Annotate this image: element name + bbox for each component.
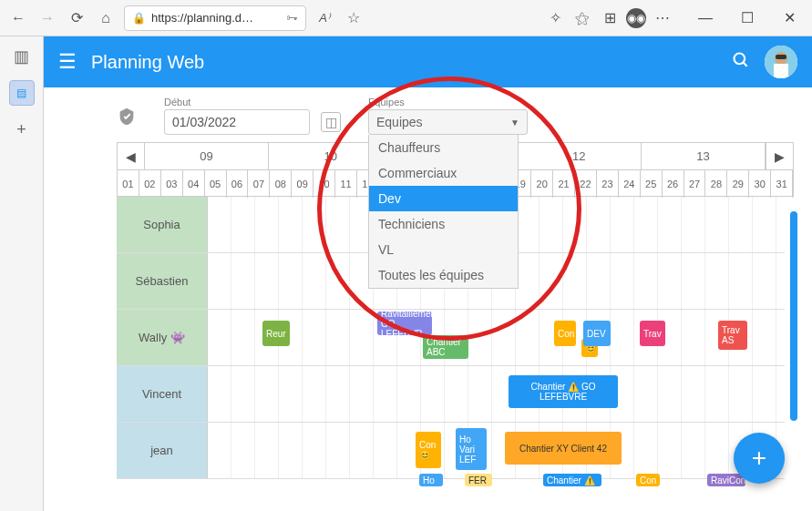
- row-cells[interactable]: ReurRavitaillement GO LEFEBVRChantier AB…: [208, 310, 785, 365]
- event[interactable]: FER: [465, 474, 492, 486]
- resource-row: jeanCon 😊Ho Vari LEFChantier XY Client 4…: [117, 423, 785, 479]
- back-button[interactable]: ←: [7, 7, 29, 29]
- row-cells[interactable]: Con 😊Ho Vari LEFChantier XY Client 42HoF…: [208, 423, 785, 478]
- hour-header: 31: [771, 170, 793, 198]
- resource-row: Wally 👾ReurRavitaillement GO LEFEBVRChan…: [117, 310, 785, 366]
- resource-label: Sophia: [117, 197, 208, 252]
- hour-header: 27: [684, 170, 706, 198]
- menu-button[interactable]: ☰: [58, 50, 77, 74]
- next-day-button[interactable]: ▶: [766, 143, 793, 169]
- hour-header: 02: [139, 170, 161, 198]
- hour-header: 11: [335, 170, 357, 198]
- event[interactable]: Ho Vari LEF: [456, 428, 487, 470]
- favorite-button[interactable]: ☆: [343, 7, 365, 29]
- teams-dropdown[interactable]: Equipes ▼: [368, 109, 528, 135]
- hour-header: 28: [705, 170, 727, 198]
- lock-icon: 🔒: [132, 12, 146, 25]
- add-button[interactable]: +: [734, 433, 785, 484]
- resource-row: VincentChantier ⚠️ GO LEFEBVREg: [117, 366, 785, 423]
- home-button[interactable]: ⌂: [95, 7, 117, 29]
- hour-header: 01: [118, 170, 139, 198]
- hour-header: 24: [619, 170, 641, 198]
- vertical-tabs: ▥ ▤ +: [0, 36, 44, 511]
- day-header: 13: [642, 143, 766, 169]
- event[interactable]: Ravitaillement GO LEFEBVR: [377, 312, 432, 335]
- read-aloud-button[interactable]: A⁾: [313, 7, 335, 29]
- event[interactable]: Con: [636, 474, 660, 486]
- teams-option[interactable]: Commerciaux: [369, 160, 518, 186]
- collections-button[interactable]: ⊞: [599, 7, 621, 29]
- event[interactable]: Con: [554, 321, 576, 346]
- app-header: ☰ Planning Web: [44, 36, 812, 87]
- svg-point-0: [735, 53, 745, 64]
- event[interactable]: DEV: [583, 321, 611, 346]
- main-content: ☰ Planning Web Début 01/03/2022 ◫ Eq: [44, 36, 812, 511]
- shield-icon[interactable]: [117, 107, 137, 131]
- svg-rect-5: [776, 55, 786, 59]
- filter-bar: Début 01/03/2022 ◫ Equipes Equipes ▼ Cha…: [44, 87, 812, 142]
- new-tab-button[interactable]: +: [9, 117, 35, 142]
- hour-header: 22: [575, 170, 597, 198]
- event[interactable]: Trav: [640, 321, 665, 346]
- resource-label: Sébastien: [117, 253, 208, 309]
- maximize-button[interactable]: ☐: [732, 5, 763, 31]
- row-cells[interactable]: Chantier ⚠️ GO LEFEBVREg: [208, 366, 785, 422]
- browser-toolbar: ← → ⟳ ⌂ 🔒 https://planning.d… 🗝 A⁾ ☆ ✧ ⚝…: [0, 0, 812, 36]
- hour-header: 20: [531, 170, 553, 198]
- teams-option[interactable]: Chauffeurs: [369, 135, 518, 160]
- hour-header: 06: [227, 170, 249, 198]
- extensions-button[interactable]: ✧: [544, 7, 566, 29]
- calendar-icon[interactable]: ◫: [321, 112, 341, 132]
- refresh-button[interactable]: ⟳: [66, 7, 87, 29]
- teams-option[interactable]: Techniciens: [369, 211, 518, 237]
- teams-option[interactable]: Toutes les équipes: [369, 262, 518, 288]
- close-button[interactable]: ✕: [774, 5, 805, 31]
- teams-label: Equipes: [368, 97, 528, 107]
- app-title: Planning Web: [91, 52, 204, 73]
- favorites-button[interactable]: ⚝: [571, 7, 593, 29]
- resource-label: jean: [117, 423, 208, 478]
- avatar[interactable]: [765, 46, 797, 78]
- hour-header: 09: [292, 170, 313, 198]
- url-text: https://planning.d…: [151, 11, 253, 25]
- event[interactable]: Ho: [419, 474, 443, 486]
- vertical-scrollbar[interactable]: [790, 211, 797, 421]
- hour-header: 10: [313, 170, 335, 198]
- date-label: Début: [164, 97, 341, 107]
- date-input[interactable]: 01/03/2022: [164, 109, 310, 135]
- hour-header: 03: [161, 170, 183, 198]
- event[interactable]: Chantier ⚠️: [543, 474, 601, 486]
- hour-header: 07: [248, 170, 270, 198]
- tabs-button[interactable]: ▥: [9, 44, 35, 69]
- profile-icon[interactable]: ◉◉: [626, 8, 646, 28]
- tab-planning[interactable]: ▤: [9, 80, 35, 106]
- more-button[interactable]: ⋯: [652, 7, 673, 29]
- hour-header: 25: [641, 170, 663, 198]
- svg-line-1: [744, 62, 747, 66]
- event[interactable]: Con 😊: [416, 432, 441, 468]
- event[interactable]: Reur: [262, 321, 290, 346]
- forward-button[interactable]: →: [36, 7, 58, 29]
- resource-label: Vincent: [117, 366, 208, 422]
- address-bar[interactable]: 🔒 https://planning.d… 🗝: [124, 5, 306, 31]
- event[interactable]: Chantier XY Client 42: [505, 432, 622, 465]
- teams-dropdown-menu: ChauffeursCommerciauxDevTechniciensVLTou…: [368, 135, 519, 289]
- day-header: 09: [145, 143, 269, 169]
- chevron-down-icon: ▼: [510, 118, 519, 128]
- search-icon[interactable]: [732, 51, 750, 74]
- teams-option[interactable]: VL: [369, 237, 518, 262]
- hour-header: 08: [270, 170, 292, 198]
- teams-option[interactable]: Dev: [369, 186, 518, 211]
- resource-label: Wally 👾: [117, 310, 208, 365]
- hour-header: 04: [183, 170, 205, 198]
- hour-header: 21: [553, 170, 575, 198]
- hour-header: 26: [663, 170, 684, 198]
- event[interactable]: Trav AS: [718, 321, 747, 350]
- hour-header: 05: [205, 170, 227, 198]
- key-icon: 🗝: [286, 11, 298, 25]
- event[interactable]: Chantier ⚠️ GO LEFEBVRE: [509, 375, 618, 408]
- event[interactable]: Chantier ABC: [423, 335, 468, 359]
- svg-rect-4: [774, 64, 788, 78]
- prev-day-button[interactable]: ◀: [118, 143, 145, 169]
- minimize-button[interactable]: —: [690, 5, 721, 31]
